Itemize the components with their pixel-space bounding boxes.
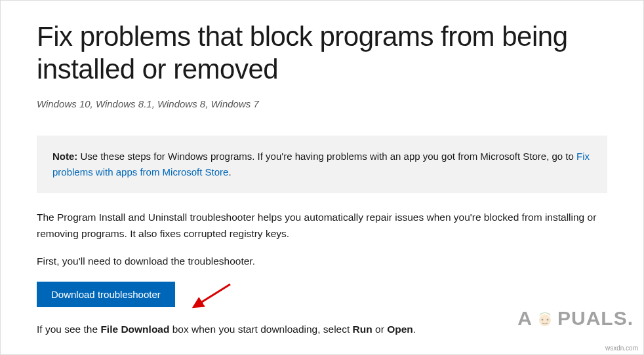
download-troubleshooter-button[interactable]: Download troubleshooter — [37, 282, 175, 307]
footer-watermark-text: wsxdn.com — [605, 345, 638, 352]
note-text-after: . — [228, 166, 231, 178]
page-title: Fix problems that block programs from be… — [37, 20, 607, 86]
appuals-watermark: A PUALS. — [517, 307, 634, 329]
note-text-before: Use these steps for Windows programs. If… — [77, 151, 576, 162]
note-label: Note: — [52, 151, 77, 162]
watermark-rest: PUALS. — [557, 307, 634, 329]
download-instruction: First, you'll need to download the troub… — [37, 253, 607, 270]
svg-point-2 — [539, 314, 551, 326]
applies-to-text: Windows 10, Windows 8.1, Windows 8, Wind… — [37, 98, 607, 109]
mascot-icon — [534, 307, 556, 329]
svg-point-3 — [541, 319, 543, 321]
note-callout: Note: Use these steps for Windows progra… — [37, 136, 607, 193]
intro-paragraph: The Program Install and Uninstall troubl… — [37, 210, 607, 242]
svg-point-4 — [546, 319, 548, 321]
watermark-letter-a: A — [517, 307, 533, 329]
